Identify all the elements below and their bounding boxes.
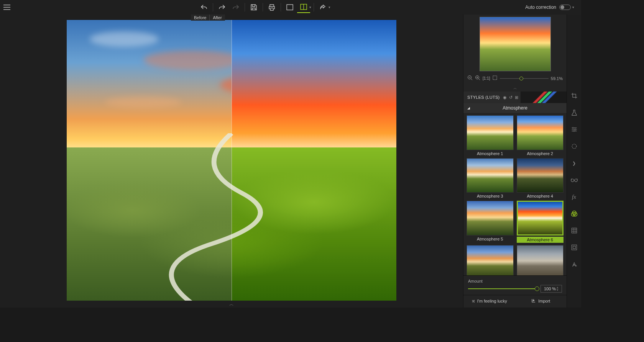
- view-split-button[interactable]: [297, 2, 310, 13]
- svg-point-12: [574, 129, 575, 130]
- photo-preview[interactable]: [67, 20, 396, 301]
- grid-view-icon[interactable]: ⊞: [515, 95, 518, 100]
- svg-line-4: [471, 79, 473, 80]
- venn-icon[interactable]: [570, 209, 579, 218]
- preset-5[interactable]: Atmosphere 5: [467, 201, 514, 243]
- preset-3[interactable]: Atmosphere 3: [467, 158, 514, 199]
- svg-rect-0: [287, 5, 293, 10]
- side-panel: [1:1] 59.1% ︿ STYLES (LUTS) ◉ ↺ ⊞ ◢ Atmo…: [463, 15, 567, 308]
- svg-rect-21: [572, 245, 577, 250]
- grid-icon[interactable]: [570, 226, 579, 235]
- panel-decoration: [521, 92, 567, 103]
- svg-point-11: [572, 127, 573, 128]
- preset-grid: Atmosphere 1Atmosphere 2Atmosphere 3Atmo…: [463, 113, 567, 275]
- reset-icon[interactable]: ↺: [509, 95, 513, 100]
- preset-label: Atmosphere 5: [477, 237, 503, 241]
- import-icon: [531, 298, 536, 304]
- view-dropdown[interactable]: ▾: [309, 5, 311, 9]
- collapse-navigator[interactable]: ︿: [463, 85, 567, 92]
- share-dropdown[interactable]: ▾: [329, 5, 330, 9]
- svg-point-14: [572, 144, 576, 148]
- svg-line-7: [479, 79, 480, 80]
- eye-icon[interactable]: ◉: [503, 95, 507, 100]
- menu-button[interactable]: [0, 0, 14, 15]
- preset-label: Atmosphere 2: [527, 151, 553, 156]
- print-button[interactable]: [265, 2, 278, 13]
- after-label: After: [209, 15, 225, 21]
- preset-2[interactable]: Atmosphere 2: [517, 115, 564, 156]
- preset-label: Atmosphere 4: [527, 194, 553, 198]
- shuffle-icon: ⤮: [472, 299, 475, 304]
- navigator-preview[interactable]: [480, 17, 551, 71]
- split-divider[interactable]: [232, 20, 232, 301]
- expand-chevron[interactable]: ︿: [229, 301, 234, 308]
- preset-label: Atmosphere 1: [477, 151, 503, 156]
- amount-slider[interactable]: [468, 288, 537, 289]
- preset-7[interactable]: [467, 245, 514, 275]
- glasses-icon[interactable]: [570, 175, 579, 185]
- category-name: Atmosphere: [503, 105, 527, 111]
- undo-button[interactable]: [197, 2, 210, 13]
- crop-icon[interactable]: [570, 91, 579, 100]
- redo-button[interactable]: [215, 2, 228, 13]
- amount-value[interactable]: 100 %▴▾: [540, 285, 562, 293]
- preset-label: Atmosphere 3: [477, 194, 503, 198]
- panel-title: STYLES (LUTS): [467, 95, 500, 100]
- auto-correction-dropdown[interactable]: ▾: [572, 5, 574, 9]
- panel-header: STYLES (LUTS) ◉ ↺ ⊞: [463, 92, 567, 103]
- zoom-fit-icon[interactable]: [1:1]: [483, 76, 490, 80]
- preset-4[interactable]: Atmosphere 4: [517, 158, 564, 199]
- preset-label: Atmosphere 6: [517, 237, 564, 243]
- svg-rect-22: [573, 246, 575, 249]
- sliders-icon[interactable]: [570, 125, 579, 134]
- save-button[interactable]: [247, 2, 260, 13]
- preset-8[interactable]: [517, 245, 564, 275]
- zoom-slider[interactable]: [500, 78, 548, 79]
- share-button[interactable]: [316, 2, 329, 13]
- zoom-out-icon[interactable]: [467, 75, 473, 82]
- text-icon[interactable]: [570, 260, 579, 269]
- before-label: Before: [191, 15, 209, 21]
- canvas-area: ︿: [0, 15, 463, 308]
- view-single-button[interactable]: [283, 2, 296, 13]
- before-after-labels: Before After: [191, 15, 225, 21]
- svg-rect-20: [572, 228, 577, 233]
- expand-tools[interactable]: ❯: [570, 159, 579, 168]
- selection-icon[interactable]: [570, 142, 579, 151]
- zoom-in-icon[interactable]: [475, 75, 480, 82]
- frame-icon[interactable]: [570, 243, 579, 252]
- fx-icon[interactable]: fx: [570, 192, 579, 201]
- redo-alt-button[interactable]: [229, 2, 242, 13]
- flask-icon[interactable]: [570, 108, 579, 117]
- tool-strip: ❯fx: [567, 15, 581, 308]
- auto-correction-toggle[interactable]: [559, 5, 571, 10]
- zoom-actual-icon[interactable]: [492, 75, 498, 82]
- category-header[interactable]: ◢ Atmosphere: [463, 103, 567, 113]
- import-button[interactable]: Import: [515, 298, 567, 304]
- feeling-lucky-button[interactable]: ⤮ I'm feeling lucky: [463, 298, 515, 304]
- amount-label: Amount: [468, 279, 562, 283]
- svg-rect-10: [493, 76, 497, 80]
- preset-1[interactable]: Atmosphere 1: [467, 115, 514, 156]
- auto-correction-label: Auto correction: [525, 5, 556, 10]
- toolbar: ▾ ▾ Auto correction ▾: [0, 0, 581, 15]
- zoom-value: 59.1%: [551, 76, 563, 81]
- svg-point-13: [573, 130, 574, 131]
- preset-6[interactable]: Atmosphere 6: [517, 201, 564, 243]
